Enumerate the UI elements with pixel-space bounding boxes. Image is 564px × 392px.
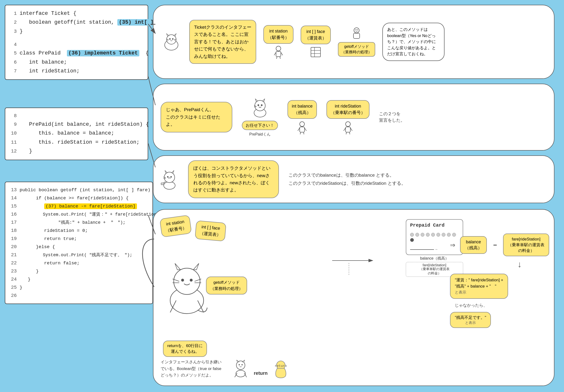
code-line-18: 18 rideStation = 0; bbox=[10, 227, 148, 235]
balance-box: balance（残高） bbox=[460, 236, 487, 254]
prepaid-response-label: お任せ下さい！ bbox=[242, 121, 278, 130]
svg-marker-47 bbox=[172, 170, 174, 173]
svg-point-69 bbox=[239, 364, 240, 365]
svg-rect-16 bbox=[311, 47, 320, 57]
return-characters: return return bbox=[232, 359, 289, 378]
svg-marker-46 bbox=[165, 170, 167, 173]
getoff-method-center-label: getoffメソッド（業務時の処理） bbox=[206, 277, 247, 294]
svg-line-36 bbox=[300, 132, 301, 134]
svg-point-21 bbox=[355, 29, 356, 30]
code-line-10: 10 this. balance = balance; bbox=[10, 129, 143, 138]
svg-line-35 bbox=[304, 128, 306, 131]
svg-point-25 bbox=[255, 100, 265, 111]
svg-point-4 bbox=[169, 38, 171, 40]
code-line-5: 5 class PrePaid (36) implements Ticket { bbox=[10, 49, 143, 58]
minus-sign: － bbox=[492, 240, 498, 250]
svg-point-5 bbox=[172, 38, 174, 40]
svg-line-40 bbox=[344, 128, 345, 131]
ridestation-group: int rideStation（乗車駅の番号） bbox=[327, 100, 370, 134]
card-dot-6 bbox=[436, 233, 440, 237]
boolean-note-bubble: あと、このメソッドはboolean型（Yes or Noどっち？）で、メソッドの… bbox=[382, 23, 444, 61]
connector-1 bbox=[151, 24, 155, 25]
svg-point-59 bbox=[190, 279, 193, 281]
svg-point-55 bbox=[174, 268, 200, 294]
svg-line-34 bbox=[298, 128, 300, 131]
svg-point-70 bbox=[242, 364, 243, 365]
two-declared-note: この２つを宣言をした。 bbox=[379, 111, 405, 124]
return-note: returnを、60行目に運んでくるね。 bbox=[163, 341, 207, 357]
return-true-label: returnを、60行目に運んでくるね。 bbox=[163, 341, 207, 357]
svg-line-13 bbox=[281, 52, 283, 55]
svg-marker-27 bbox=[262, 99, 265, 102]
getoff-section-bubble: int station（駅番号） int [ ] face（運賃表） bbox=[153, 209, 554, 386]
int-balance-label: int balance（残高） bbox=[288, 100, 317, 119]
svg-line-41 bbox=[350, 128, 352, 131]
code-line-7: 7 int rideStation; bbox=[10, 67, 143, 76]
code-line-6: 6 int balance; bbox=[10, 58, 143, 67]
prepaid-character-group: お任せ下さい！ PrePaidくん bbox=[242, 97, 278, 137]
code-line-14: 14 if (balance >= fare[rideStaion]) { bbox=[10, 194, 148, 202]
down-arrow: ↓ bbox=[517, 260, 522, 270]
code-line-24: 24 } bbox=[10, 275, 148, 283]
code-line-2: 2 boolean getoff(int station, (35) int[ … bbox=[10, 18, 143, 27]
card-dot-5 bbox=[431, 233, 435, 237]
getoff-method-tag: getoffメソッド（業務時の処理） bbox=[206, 277, 247, 294]
display-output-bubble: "運賃：" fare[rideStation] + "残高" + balance… bbox=[450, 274, 508, 299]
svg-rect-11 bbox=[276, 51, 281, 57]
constructor-bubble: ぼくは、コンストラクタメソッドという役割を担っていているから、newされるのを待… bbox=[153, 155, 554, 203]
int-face-label: int [ ] face（運賃表） bbox=[301, 26, 331, 44]
code-line-1: 1 interface Ticket { bbox=[10, 9, 143, 18]
svg-marker-57 bbox=[193, 263, 199, 270]
svg-rect-53 bbox=[161, 183, 164, 185]
int-station-label: int station（駅番号） bbox=[263, 25, 293, 44]
svg-line-37 bbox=[303, 132, 304, 134]
code-line-20: 20 }else { bbox=[10, 243, 148, 251]
code-panel-8-12: 8 9 PrePaid(int balance, int rideStaion)… bbox=[5, 108, 148, 160]
constructor-notes: このクラスでのbalanceは、引数のbalance とする。 このクラスでのr… bbox=[289, 171, 547, 187]
card-dot-10 bbox=[410, 238, 414, 242]
svg-point-22 bbox=[357, 29, 358, 30]
svg-line-12 bbox=[274, 52, 276, 55]
int-station-group: int station（駅番号） bbox=[263, 25, 293, 59]
ticket-interface-bubble: Ticketクラスのインタフェースであること名。ここに宣言する！でも、あとはおか… bbox=[153, 5, 554, 79]
svg-rect-39 bbox=[345, 127, 350, 132]
code-line-15: 15 (37) balance -= fare[rideStation] bbox=[10, 202, 148, 210]
svg-line-14 bbox=[276, 57, 277, 59]
svg-marker-2 bbox=[166, 34, 169, 36]
svg-rect-33 bbox=[300, 127, 304, 132]
big-arrow: ⇒ bbox=[450, 240, 455, 250]
return-text: return bbox=[254, 370, 268, 376]
balance-group: int balance（残高） bbox=[288, 100, 317, 134]
card-dot-7 bbox=[442, 233, 445, 237]
code-line-3: 3 } bbox=[10, 27, 143, 36]
code-line-16: 16 System.out.Print( "運賃：" + fare[rideSt… bbox=[10, 210, 148, 218]
constructor-explanation-bubble: ぼくは、コンストラクタメソッドという役割を担っていているから、newされるのを待… bbox=[188, 160, 279, 198]
fare-ridestation-box: fare[rideStation]（乗車単駅の運賃表の料金） bbox=[503, 234, 549, 256]
getoff-args-group: int station（駅番号） int [ ] face（運賃表） bbox=[161, 217, 226, 240]
code-line-8: 8 bbox=[10, 112, 143, 120]
card-dot-3 bbox=[421, 233, 425, 237]
svg-marker-67 bbox=[237, 360, 239, 362]
equation-row: ⇒ balance（残高） － fare[rideStation]（乗車単駅の運… bbox=[450, 234, 549, 256]
prepaid-name-label: PrePaidくん bbox=[249, 132, 271, 137]
getoff-character bbox=[163, 257, 211, 318]
code-line-12: 12 } bbox=[10, 147, 143, 156]
code-line-21: 21 System.out.Print( "残高不足です。 "); bbox=[10, 251, 148, 259]
cat-character-1 bbox=[161, 31, 182, 53]
svg-line-42 bbox=[346, 132, 346, 134]
code-panel-13-26: 13 public boolean getoff (int station, i… bbox=[5, 182, 153, 304]
int-ridestation-label: int rideStation（乗車駅の番号） bbox=[327, 100, 370, 119]
svg-point-48 bbox=[167, 176, 168, 178]
card-dot-4 bbox=[426, 233, 430, 237]
svg-point-20 bbox=[354, 28, 359, 33]
card-dot-2 bbox=[415, 233, 419, 237]
prepaid-class-bubble: じゃあ、PrePaidくん。このクラスはキミに任せたよ。 お任せ下さい！ Pre… bbox=[153, 84, 554, 151]
int-face-group: int [ ] face（運賃表） bbox=[301, 26, 331, 58]
svg-marker-68 bbox=[242, 360, 245, 362]
math-equation-group: ⇒ balance（残高） － fare[rideStation]（乗車単駅の運… bbox=[450, 219, 549, 328]
getoff-station-tag: int station（駅番号） bbox=[159, 215, 192, 238]
code-line-23: 23 } bbox=[10, 267, 148, 275]
svg-point-38 bbox=[345, 122, 350, 126]
code-line-17: 17 "残高:" + balance + " "); bbox=[10, 218, 148, 227]
interface-inherits-note: インタフェースさんから引き継いでいる。Boolean型（true or fals… bbox=[161, 359, 223, 378]
